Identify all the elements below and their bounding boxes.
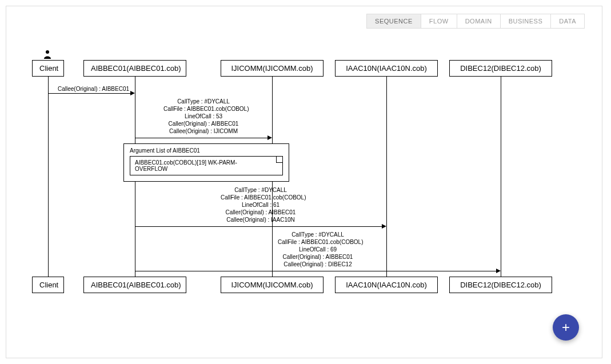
msg4-arrow: [135, 271, 496, 271]
msg1-arrow: [48, 93, 131, 94]
tab-sequence[interactable]: SEQUENCE: [367, 14, 421, 28]
sequence-diagram: Client AIBBEC01(AIBBEC01.cob) IJICOMM(IJ…: [32, 52, 586, 303]
tab-domain[interactable]: DOMAIN: [457, 14, 501, 28]
msg2-l1: CallType : #DYCALL: [163, 98, 243, 105]
participant-ijicomm-bottom: IJICOMM(IJICOMM.cob): [221, 277, 324, 293]
msg2-l3: LineOfCall : 53: [163, 113, 243, 120]
msg2-l2: CallFile : AIBBEC01.cob(COBOL): [163, 105, 243, 113]
lifeline-iaac10n: [386, 77, 387, 277]
msg2-l5: Callee(Original) : IJICOMM: [163, 127, 243, 135]
participant-dibec12-top: DIBEC12(DIBEC12.cob): [449, 60, 552, 77]
msg4-label: CallType : #DYCALL CallFile : AIBBEC01.c…: [278, 231, 358, 268]
msg1-label: Callee(Original) : AIBBEC01: [58, 85, 129, 93]
tab-data[interactable]: DATA: [551, 14, 584, 28]
msg3-l2: CallFile : AIBBEC01.cob(COBOL): [221, 194, 301, 201]
actor-icon: [43, 50, 52, 59]
lifeline-client: [48, 77, 49, 277]
svg-point-0: [46, 50, 49, 54]
msg2-arrow: [135, 138, 267, 138]
msg4-l3: LineOfCall : 69: [278, 246, 358, 253]
msg1-arrowhead: [130, 91, 135, 95]
participant-aibbec01-bottom: AIBBEC01(AIBBEC01.cob): [83, 277, 186, 293]
participant-client-top: Client: [32, 60, 64, 77]
note-title: Argument List of AIBBEC01: [130, 147, 283, 154]
participant-aibbec01-top: AIBBEC01(AIBBEC01.cob): [83, 60, 186, 77]
msg3-arrowhead: [382, 224, 386, 229]
msg4-l2: CallFile : AIBBEC01.cob(COBOL): [278, 238, 358, 246]
participant-dibec12-bottom: DIBEC12(DIBEC12.cob): [449, 277, 552, 293]
argument-note: Argument List of AIBBEC01 AIBBEC01.cob(C…: [123, 143, 289, 182]
note-content: AIBBEC01.cob(COBOL)[19] WK-PARM-OVERFLOW: [130, 156, 283, 175]
participant-iaac10n-top: IAAC10N(IAAC10N.cob): [335, 60, 438, 77]
lifeline-dibec12: [501, 77, 501, 277]
msg2-l4: Caller(Original) : AIBBEC01: [163, 120, 243, 127]
tab-flow[interactable]: FLOW: [421, 14, 457, 28]
msg4-l1: CallType : #DYCALL: [278, 231, 358, 238]
msg3-arrow: [135, 226, 382, 227]
msg2-label: CallType : #DYCALL CallFile : AIBBEC01.c…: [163, 98, 243, 135]
msg3-l4: Caller(Original) : AIBBEC01: [221, 209, 301, 216]
participant-ijicomm-top: IJICOMM(IJICOMM.cob): [221, 60, 324, 77]
msg3-label: CallType : #DYCALL CallFile : AIBBEC01.c…: [221, 186, 301, 223]
msg4-l5: Callee(Original) : DIBEC12: [278, 261, 358, 268]
add-button[interactable]: +: [553, 314, 579, 341]
tab-business[interactable]: BUSINESS: [501, 14, 552, 28]
msg2-arrowhead: [267, 135, 272, 140]
msg4-arrowhead: [496, 269, 501, 273]
participant-client-bottom: Client: [32, 277, 64, 293]
msg3-l3: LineOfCall : 61: [221, 201, 301, 209]
msg3-l1: CallType : #DYCALL: [221, 186, 301, 194]
view-tabs: SEQUENCE FLOW DOMAIN BUSINESS DATA: [366, 14, 585, 29]
participant-iaac10n-bottom: IAAC10N(IAAC10N.cob): [335, 277, 438, 293]
msg3-l5: Callee(Original) : IAAC10N: [221, 216, 301, 223]
msg4-l4: Caller(Original) : AIBBEC01: [278, 253, 358, 261]
